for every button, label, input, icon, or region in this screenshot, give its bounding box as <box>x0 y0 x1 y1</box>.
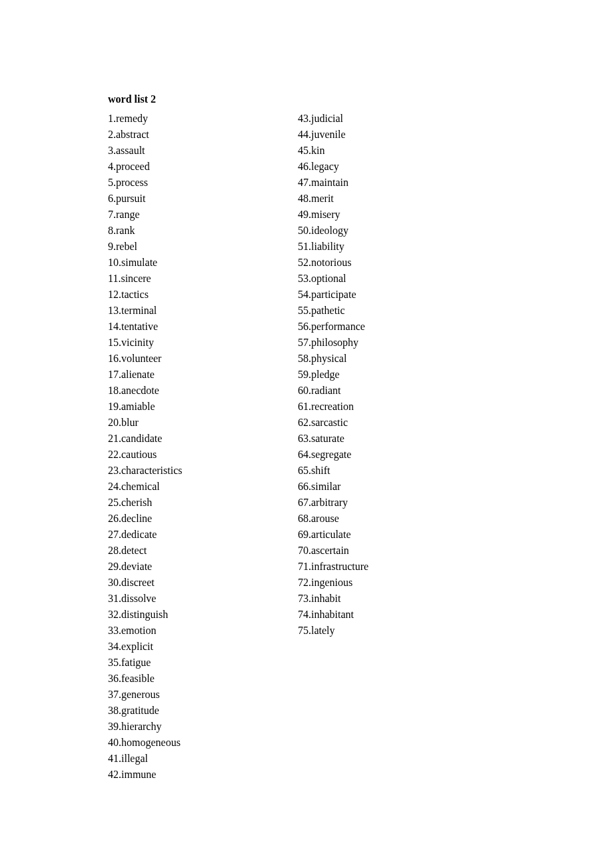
word-item: 43.judicial <box>298 111 484 127</box>
word-item: 15.vicinity <box>108 335 285 351</box>
word-item: 14.tentative <box>108 319 285 335</box>
word-item: 53.optional <box>298 271 484 287</box>
word-item: 52.notorious <box>298 255 484 271</box>
word-item: 36.feasible <box>108 671 285 687</box>
word-item: 31.dissolve <box>108 591 285 607</box>
word-item: 57.philosophy <box>298 335 484 351</box>
column-1: 1.remedy2.abstract3.assault4.proceed5.pr… <box>108 111 285 783</box>
word-item: 38.gratitude <box>108 703 285 719</box>
word-item: 44.juvenile <box>298 127 484 143</box>
word-item: 30.discreet <box>108 575 285 591</box>
word-item: 3.assault <box>108 143 285 159</box>
word-item: 73.inhabit <box>298 591 484 607</box>
word-item: 6.pursuit <box>108 191 285 207</box>
word-item: 47.maintain <box>298 175 484 191</box>
word-item: 24.chemical <box>108 479 285 495</box>
word-item: 5.process <box>108 175 285 191</box>
word-item: 41.illegal <box>108 751 285 767</box>
word-item: 45.kin <box>298 143 484 159</box>
word-item: 32.distinguish <box>108 607 285 623</box>
word-item: 9.rebel <box>108 239 285 255</box>
word-item: 60.radiant <box>298 383 484 399</box>
word-item: 70.ascertain <box>298 543 484 559</box>
word-item: 59.pledge <box>298 367 484 383</box>
word-item: 29.deviate <box>108 559 285 575</box>
word-columns: 1.remedy2.abstract3.assault4.proceed5.pr… <box>108 111 546 783</box>
word-item: 18.anecdote <box>108 383 285 399</box>
word-item: 8.rank <box>108 223 285 239</box>
word-item: 68.arouse <box>298 511 484 527</box>
word-item: 10.simulate <box>108 255 285 271</box>
word-item: 4.proceed <box>108 159 285 175</box>
word-item: 48.merit <box>298 191 484 207</box>
word-item: 7.range <box>108 207 285 223</box>
word-item: 55.pathetic <box>298 303 484 319</box>
column-2: 43.judicial44.juvenile45.kin46.legacy47.… <box>298 111 484 783</box>
word-item: 25.cherish <box>108 495 285 511</box>
word-item: 16.volunteer <box>108 351 285 367</box>
word-item: 26.decline <box>108 511 285 527</box>
word-item: 19.amiable <box>108 399 285 415</box>
word-item: 37.generous <box>108 687 285 703</box>
word-item: 67.arbitrary <box>298 495 484 511</box>
word-item: 66.similar <box>298 479 484 495</box>
word-item: 51.liability <box>298 239 484 255</box>
word-item: 65.shift <box>298 463 484 479</box>
word-item: 49.misery <box>298 207 484 223</box>
word-item: 17.alienate <box>108 367 285 383</box>
word-item: 63.saturate <box>298 431 484 447</box>
word-item: 21.candidate <box>108 431 285 447</box>
word-item: 27.dedicate <box>108 527 285 543</box>
word-item: 54.participate <box>298 287 484 303</box>
word-item: 64.segregate <box>298 447 484 463</box>
word-item: 12.tactics <box>108 287 285 303</box>
word-item: 46.legacy <box>298 159 484 175</box>
word-item: 75.lately <box>298 623 484 639</box>
word-item: 22.cautious <box>108 447 285 463</box>
word-item: 56.performance <box>298 319 484 335</box>
word-item: 11.sincere <box>108 271 285 287</box>
word-item: 40.homogeneous <box>108 735 285 751</box>
word-item: 58.physical <box>298 351 484 367</box>
word-item: 69.articulate <box>298 527 484 543</box>
word-item: 33.emotion <box>108 623 285 639</box>
word-item: 42.immune <box>108 767 285 783</box>
word-item: 34.explicit <box>108 639 285 655</box>
word-item: 61.recreation <box>298 399 484 415</box>
word-item: 39.hierarchy <box>108 719 285 735</box>
word-item: 35.fatigue <box>108 655 285 671</box>
list-title: word list 2 <box>108 93 546 105</box>
word-item: 20.blur <box>108 415 285 431</box>
word-item: 1.remedy <box>108 111 285 127</box>
word-item: 62.sarcastic <box>298 415 484 431</box>
word-item: 13.terminal <box>108 303 285 319</box>
word-item: 50.ideology <box>298 223 484 239</box>
word-item: 71.infrastructure <box>298 559 484 575</box>
word-item: 2.abstract <box>108 127 285 143</box>
word-item: 23.characteristics <box>108 463 285 479</box>
word-item: 28.detect <box>108 543 285 559</box>
word-item: 72.ingenious <box>298 575 484 591</box>
word-item: 74.inhabitant <box>298 607 484 623</box>
